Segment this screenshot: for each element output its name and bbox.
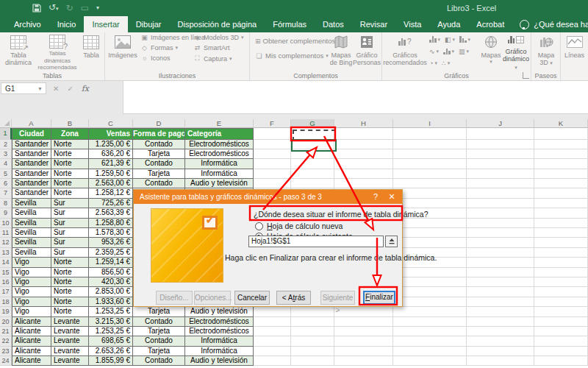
cell-A11[interactable]: Sevilla [12,228,51,238]
cell-H3[interactable] [334,149,393,159]
cell-I2[interactable] [393,140,467,149]
cell-J20[interactable] [467,317,534,327]
row-header-15[interactable]: 15 [0,268,12,277]
cell-A10[interactable]: Sevilla [12,219,51,228]
row-header-22[interactable]: 22 [0,336,12,346]
cell-H6[interactable] [334,179,393,188]
bing-maps-button[interactable]: Mapas de Bing [329,34,353,71]
cell-F3[interactable] [254,149,291,159]
cell-I6[interactable] [393,179,467,188]
cell-A22[interactable]: Alicante [12,336,51,346]
column-header-K[interactable]: K [534,119,588,128]
cell-A3[interactable]: Santander [12,149,51,159]
cell-D2[interactable]: Contado [133,140,185,149]
table-button[interactable]: Tabla [79,34,103,71]
cell-J12[interactable] [467,238,534,247]
cell-K11[interactable] [534,228,588,238]
cell-K4[interactable] [534,159,588,169]
cell-J13[interactable] [467,248,534,258]
cell-J17[interactable] [467,287,534,297]
cell-B14[interactable]: Norte [51,258,89,267]
screenshot-button[interactable]: ⛶Captura▾ [193,54,249,63]
cell-G4[interactable] [291,159,334,169]
cell-G24[interactable] [291,356,334,366]
cell-D22[interactable]: Contado [133,336,185,346]
treemap-chart-button[interactable]: ◧▾ [445,35,455,44]
cell-K20[interactable] [534,317,588,327]
row-header-2[interactable]: 2 [0,140,12,149]
cell-K8[interactable] [534,199,588,208]
cell-E24[interactable]: Audio y televisión [185,356,254,366]
row-header-14[interactable]: 14 [0,258,12,267]
cell-K5[interactable] [534,169,588,179]
cell-G21[interactable] [291,327,334,336]
cell-B3[interactable]: Norte [51,149,89,159]
cell-C19[interactable]: 1.253,25 € [89,307,133,316]
cell-A18[interactable]: Vigo [12,297,51,307]
cell-H5[interactable] [334,169,393,179]
cell-F20[interactable] [254,317,291,327]
cell-B21[interactable]: Levante [51,327,89,336]
cell-C20[interactable]: 3.215,30 € [89,317,133,327]
cell-K21[interactable] [534,327,588,336]
cell-C9[interactable]: 2.563,39 € [89,208,133,218]
cell-A6[interactable]: Santander [12,179,51,188]
cell-B11[interactable]: Sur [51,228,89,238]
cell-B2[interactable]: Norte [51,140,89,149]
row-header-10[interactable]: 10 [0,219,12,228]
cell-B7[interactable]: Norte [51,188,89,198]
row-header-19[interactable]: 19 [0,307,12,316]
cell-A21[interactable]: Alicante [12,327,51,336]
maps-button[interactable]: Mapas ▾ [481,34,501,71]
cell-H19[interactable] [334,307,393,316]
cell-E19[interactable]: Audio y televisión [185,307,254,316]
cell-J24[interactable] [467,356,534,366]
column-header-G[interactable]: G [291,119,334,128]
cell-J9[interactable] [467,208,534,218]
column-header-D[interactable]: D [133,119,185,128]
name-box[interactable]: G1▼ [1,82,46,94]
cell-A13[interactable]: Sevilla [12,248,51,258]
row-header-17[interactable]: 17 [0,287,12,297]
cell-I19[interactable] [393,307,467,316]
cell-C17[interactable]: 2.853,00 € [89,287,133,297]
cell-E3[interactable]: Electrodomésticos [185,149,254,159]
finish-button[interactable]: Finalizar [363,291,395,305]
column-header-H[interactable]: H [334,119,393,128]
tab-ayuda[interactable]: Ayuda [429,16,468,32]
cell-J3[interactable] [467,149,534,159]
cell-K7[interactable] [534,188,588,198]
cell-C18[interactable]: 1.933,60 € [89,297,133,307]
cell-A23[interactable]: Alicante [12,347,51,356]
cell-K22[interactable] [534,336,588,346]
cell-K17[interactable] [534,287,588,297]
cell-C16[interactable]: 420,30 € [89,277,133,287]
cell-A16[interactable]: Vigo [12,277,51,287]
cell-C8[interactable]: 725,26 € [89,199,133,208]
cell-B17[interactable]: Norte [51,287,89,297]
tab-dibujar[interactable]: Dibujar [128,16,170,32]
cell-I21[interactable] [393,327,467,336]
column-header-B[interactable]: B [51,119,89,128]
cell-K16[interactable] [534,277,588,287]
tab-datos[interactable]: Datos [315,16,352,32]
cell-F22[interactable] [254,336,291,346]
cell-J19[interactable] [467,307,534,316]
tab-acrobat[interactable]: Acrobat [468,16,512,32]
cell-I17[interactable] [393,287,467,297]
line-chart-button[interactable]: ∿▾ [429,47,439,56]
cell-A9[interactable]: Sevilla [12,208,51,218]
cell-D5[interactable]: Tarjeta [133,169,185,179]
cell-K12[interactable] [534,238,588,247]
cell-K13[interactable] [534,248,588,258]
cell-J21[interactable] [467,327,534,336]
row-header-20[interactable]: 20 [0,317,12,327]
cell-I10[interactable] [393,219,467,228]
cell-H4[interactable] [334,159,393,169]
dialog-close-icon[interactable]: ✕ [384,190,399,204]
cell-I12[interactable] [393,238,467,247]
3d-models-button[interactable]: ◈Modelos 3D▾ [193,34,249,41]
cell-A14[interactable]: Vigo [12,258,51,267]
my-addins-button[interactable]: ❏Mis complementos▾ [255,52,329,60]
sparkline-line-button[interactable]: Líneas [562,34,587,71]
